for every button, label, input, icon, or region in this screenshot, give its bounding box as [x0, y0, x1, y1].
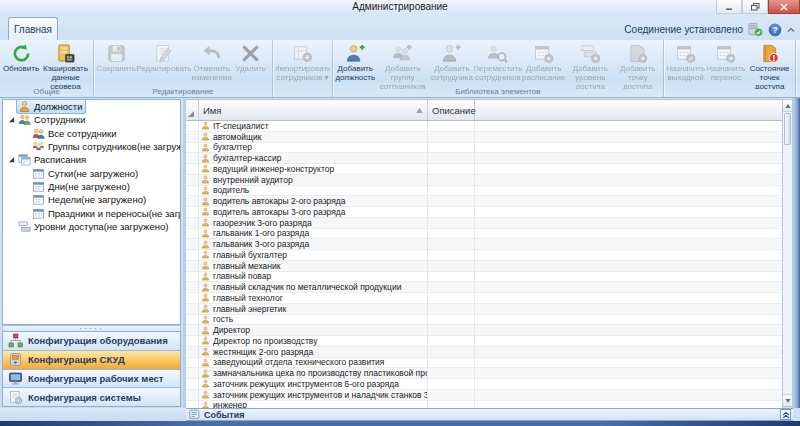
tree-item-content: Недели(не загружено): [30, 192, 150, 207]
ribbon-button-server-cache[interactable]: Кэшировать данные сервера: [40, 41, 91, 89]
table-row[interactable]: водитель автокары 2-ого разряда: [186, 196, 782, 207]
ribbon-button-add-access-level: Добавить уровень доступа: [566, 41, 615, 89]
table-row[interactable]: инженер: [186, 401, 782, 409]
vertical-scrollbar[interactable]: [782, 99, 793, 407]
description-cell: [428, 347, 475, 357]
table-row[interactable]: гость: [186, 315, 782, 326]
position-name: заточник режущих инструментов и наладчик…: [213, 390, 428, 400]
collapse-icon[interactable]: [6, 116, 16, 123]
nav-item-hardware[interactable]: Конфигурация оборудования: [3, 332, 180, 350]
ribbon-button-label: Добавить точку доступа: [616, 65, 660, 89]
scroll-up-button[interactable]: [783, 100, 792, 112]
table-row[interactable]: главный бухгалтер: [186, 250, 782, 261]
row-indicator-cell: [186, 304, 199, 314]
ribbon-collapse-icon[interactable]: [787, 26, 795, 34]
row-indicator-cell: [186, 121, 199, 131]
tree-item[interactable]: Все сотрудники: [3, 127, 180, 140]
ribbon: ОбновитьКэшировать данные сервераОбщиеСо…: [0, 40, 800, 98]
tab-home[interactable]: Главная: [8, 17, 58, 40]
row-indicator-cell: [186, 196, 199, 206]
ribbon-button-label: Обновить: [3, 65, 39, 74]
table-row[interactable]: внутренний аудитор: [186, 175, 782, 186]
tree-item[interactable]: Сотрудники: [3, 113, 180, 126]
positions-grid: Имя Описание IT-специалиставтомойщикбухг…: [186, 99, 782, 408]
table-row[interactable]: заточник режущих инструментов 6-ого разр…: [186, 379, 782, 390]
person-icon: [201, 390, 210, 399]
nav-item-workstations[interactable]: Конфигурация рабочих мест: [3, 369, 180, 388]
tree-item[interactable]: Праздники и переносы(не загружено): [3, 206, 180, 219]
minimize-button[interactable]: [716, 0, 742, 14]
tree-item[interactable]: Недели(не загружено): [3, 193, 180, 206]
description-cell: [428, 239, 475, 249]
close-button[interactable]: [768, 0, 800, 14]
tree-item[interactable]: Дни(не загружено): [3, 180, 180, 193]
name-cell: Директор по производству: [199, 336, 428, 346]
table-row[interactable]: водитель: [186, 186, 782, 197]
ribbon-button-access-state[interactable]: Состояние точек доступа: [746, 41, 793, 89]
ribbon-button-add-position[interactable]: Добавить должность: [335, 41, 375, 89]
tree-item[interactable]: Группы сотрудников(не загружено): [3, 140, 180, 153]
dock-chevrons-button[interactable]: [780, 409, 791, 420]
calendar-icon: [32, 207, 45, 220]
ribbon-button-refresh[interactable]: Обновить: [2, 41, 40, 89]
table-row[interactable]: газорезчик 3-ого разряда: [186, 218, 782, 229]
help-icon[interactable]: ?: [768, 23, 782, 37]
ribbon-button-label: Добавить сотрудника: [431, 65, 473, 83]
person-icon: [201, 304, 210, 313]
table-row[interactable]: Директор по производству: [186, 336, 782, 347]
title-bar: Администрирование: [0, 0, 800, 14]
table-row[interactable]: гальваник 1-ого разряда: [186, 229, 782, 240]
window-bottom-frame: [0, 421, 800, 426]
tree-item[interactable]: Расписания: [3, 153, 180, 166]
person-icon: [201, 336, 210, 345]
tree-item[interactable]: Сутки(не загружено): [3, 166, 180, 179]
person-icon: [201, 369, 210, 378]
description-cell: [428, 390, 475, 400]
events-bar[interactable]: События: [186, 408, 793, 421]
table-row[interactable]: главный технолог: [186, 293, 782, 304]
table-row[interactable]: жестянщик 2-ого разряда: [186, 347, 782, 358]
ribbon-button-label: Редактировать: [136, 65, 191, 74]
position-name: главный повар: [213, 272, 271, 282]
table-row[interactable]: бухгалтер: [186, 143, 782, 154]
nav-item-skud[interactable]: Конфигурация СКУД: [3, 350, 180, 369]
table-row[interactable]: главный складчик по металлической продук…: [186, 282, 782, 293]
description-cell: [428, 304, 475, 314]
scroll-down-button[interactable]: [783, 394, 792, 406]
collapse-icon[interactable]: [6, 156, 16, 163]
row-indicator-cell: [186, 229, 199, 239]
table-row[interactable]: автомойщик: [186, 132, 782, 143]
description-cell: [428, 379, 475, 389]
description-cell: [428, 153, 475, 163]
scrollbar-thumb[interactable]: [784, 113, 791, 145]
table-row[interactable]: ведущий инженер-конструктор: [186, 164, 782, 175]
double-chevron-up-icon: [782, 411, 790, 419]
nav-item-system[interactable]: Конфигурация системы: [3, 387, 180, 406]
table-row[interactable]: главный повар: [186, 272, 782, 283]
person-icon: [201, 154, 210, 163]
description-cell: [428, 218, 475, 228]
description-cell: [428, 132, 475, 142]
table-row[interactable]: замначальника цеха по производству пласт…: [186, 368, 782, 379]
table-row[interactable]: заведующий отдела технического развития: [186, 358, 782, 369]
table-row[interactable]: заточник режущих инструментов и наладчик…: [186, 390, 782, 401]
table-row[interactable]: водитель автокары 3-ого разряда: [186, 207, 782, 218]
table-row[interactable]: главный энергетик: [186, 304, 782, 315]
ribbon-button-edit: Редактировать: [136, 41, 191, 89]
column-header-description[interactable]: Описание: [428, 100, 475, 120]
table-row[interactable]: Директор: [186, 325, 782, 336]
sort-ascending-icon: [416, 108, 423, 113]
table-row[interactable]: главный механик: [186, 261, 782, 272]
svg-text:?: ?: [772, 24, 777, 34]
ribbon-button-label: Переместить сотрудников: [474, 65, 522, 83]
restore-button[interactable]: [742, 0, 768, 14]
table-row[interactable]: бухгалтер-кассир: [186, 153, 782, 164]
table-row[interactable]: IT-специалист: [186, 121, 782, 132]
ribbon-button-label: Импортировать сотрудников ▾: [275, 65, 330, 83]
table-row[interactable]: гальваник 3-ого разряда: [186, 239, 782, 250]
tree-item[interactable]: Уровни доступа(не загружено): [3, 220, 180, 233]
tree-item[interactable]: Должности: [3, 100, 180, 113]
column-header-name[interactable]: Имя: [199, 100, 428, 120]
skud-icon: [8, 352, 23, 367]
name-cell: главный механик: [199, 261, 428, 271]
